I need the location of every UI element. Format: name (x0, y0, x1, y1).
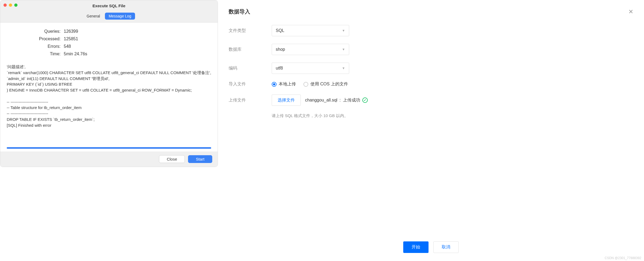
close-button[interactable]: Close (159, 155, 185, 163)
file-type-label: 文件类型 (229, 28, 272, 34)
stats-grid: Queries: 126399 Processed: 125851 Errors… (7, 29, 211, 56)
upload-file-label: 上传文件 (229, 97, 272, 103)
success-icon: ✓ (362, 97, 368, 103)
log-output: '问题描述', `remark` varchar(1000) CHARACTER… (7, 64, 211, 144)
maximize-window-icon[interactable] (14, 3, 17, 7)
time-label: Time: (7, 52, 61, 56)
file-upload-status: changgou_all.sql : 上传成功 ✓ (305, 97, 368, 103)
progress-bar (7, 147, 211, 149)
chevron-down-icon: ▼ (342, 66, 345, 70)
encoding-select[interactable]: utf8 ▼ (272, 63, 349, 74)
uploaded-file-name: changgou_all.sql (305, 98, 337, 103)
tabs: General Message Log (0, 11, 218, 23)
queries-value: 126399 (64, 29, 211, 34)
panel-title: 数据导入 (229, 8, 250, 15)
dialog-buttons: Close Start (0, 151, 218, 167)
watermark: CSDN @2301_77888392 (605, 256, 641, 260)
file-type-select[interactable]: SQL ▼ (272, 25, 349, 36)
tab-message-log[interactable]: Message Log (105, 13, 135, 20)
panel-header: 数据导入 ✕ (229, 8, 633, 15)
file-type-value: SQL (276, 28, 284, 33)
encoding-label: 编码 (229, 66, 272, 71)
start-import-button[interactable]: 开始 (403, 241, 429, 253)
close-window-icon[interactable] (3, 3, 7, 7)
row-import-file: 导入文件 本地上传 使用 COS 上的文件 (229, 81, 633, 87)
errors-value: 548 (64, 44, 211, 49)
row-file-type: 文件类型 SQL ▼ (229, 25, 633, 36)
errors-label: Errors: (7, 44, 61, 49)
minimize-window-icon[interactable] (9, 3, 12, 7)
row-upload-file: 上传文件 选择文件 changgou_all.sql : 上传成功 ✓ (229, 95, 633, 106)
processed-label: Processed: (7, 37, 61, 41)
data-import-panel: 数据导入 ✕ 文件类型 SQL ▼ 数据库 shop ▼ 编码 utf8 ▼ 导… (218, 0, 644, 261)
status-separator: : (339, 98, 341, 103)
database-value: shop (276, 47, 285, 52)
choose-file-button[interactable]: 选择文件 (272, 95, 301, 106)
traffic-lights (3, 3, 17, 7)
database-label: 数据库 (229, 47, 272, 52)
encoding-value: utf8 (276, 66, 283, 71)
upload-hint: 请上传 SQL 格式文件，大小 10 GB 以内。 (272, 113, 633, 118)
chevron-down-icon: ▼ (342, 48, 345, 51)
radio-cos-label: 使用 COS 上的文件 (310, 81, 348, 87)
radio-cos-file[interactable]: 使用 COS 上的文件 (303, 81, 348, 87)
import-file-label: 导入文件 (229, 81, 272, 87)
panel-footer: 开始 取消 (229, 241, 633, 256)
start-button[interactable]: Start (188, 155, 212, 163)
import-source-radio-group: 本地上传 使用 COS 上的文件 (272, 81, 348, 87)
queries-label: Queries: (7, 29, 61, 34)
tab-general[interactable]: General (83, 13, 104, 20)
window-title: Execute SQL File (93, 3, 125, 8)
time-value: 5min 24.76s (64, 52, 211, 56)
row-database: 数据库 shop ▼ (229, 44, 633, 55)
content-area: Queries: 126399 Processed: 125851 Errors… (0, 23, 218, 151)
radio-local-label: 本地上传 (279, 81, 296, 87)
titlebar: Execute SQL File (0, 0, 218, 11)
chevron-down-icon: ▼ (342, 29, 345, 32)
radio-icon (272, 82, 277, 87)
row-encoding: 编码 utf8 ▼ (229, 63, 633, 74)
close-icon[interactable]: ✕ (628, 8, 633, 15)
radio-local-upload[interactable]: 本地上传 (272, 81, 296, 87)
radio-icon (303, 82, 308, 87)
cancel-import-button[interactable]: 取消 (433, 241, 459, 253)
database-select[interactable]: shop ▼ (272, 44, 349, 55)
execute-sql-dialog: Execute SQL File General Message Log Que… (0, 0, 218, 167)
processed-value: 125851 (64, 37, 211, 41)
upload-status-text: 上传成功 (343, 97, 360, 103)
